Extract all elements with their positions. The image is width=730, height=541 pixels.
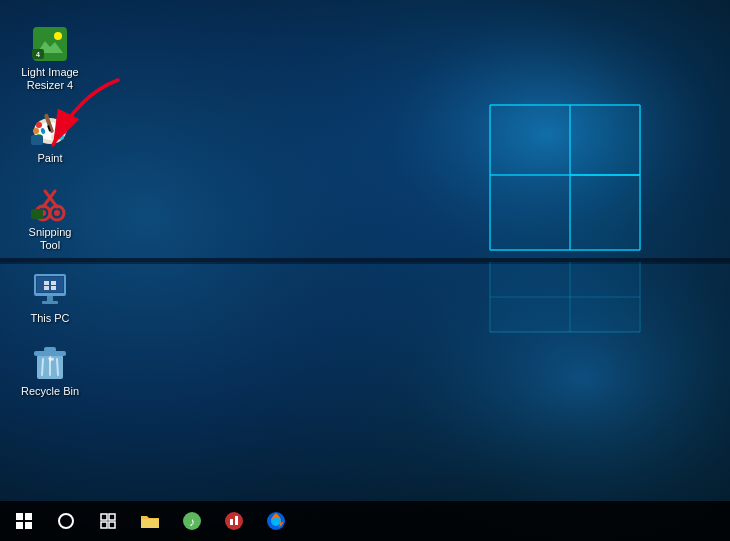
svg-rect-60 xyxy=(51,286,56,290)
desktop-icon-paint[interactable]: Paint xyxy=(15,106,85,169)
svg-point-34 xyxy=(36,122,42,128)
svg-point-75 xyxy=(225,512,243,530)
svg-rect-17 xyxy=(571,106,639,174)
task-view-icon xyxy=(100,513,116,529)
paint-icon xyxy=(30,110,70,150)
file-explorer-button[interactable] xyxy=(130,501,170,541)
desktop-icon-this-pc[interactable]: This PC xyxy=(15,266,85,329)
svg-point-48 xyxy=(54,210,60,216)
desktop-icon-light-image-resizer[interactable]: 4 Light Image Resizer 4 xyxy=(15,20,85,96)
svg-rect-51 xyxy=(31,209,43,219)
svg-line-49 xyxy=(43,191,55,207)
svg-rect-68 xyxy=(101,514,107,520)
paint-label: Paint xyxy=(19,152,81,165)
task-manager-button[interactable] xyxy=(214,501,254,541)
task-manager-icon xyxy=(224,511,244,531)
svg-rect-18 xyxy=(491,176,569,249)
taskbar: ♪ xyxy=(0,501,730,541)
svg-line-50 xyxy=(45,191,57,207)
this-pc-label: This PC xyxy=(19,312,81,325)
wallpaper xyxy=(0,0,730,541)
svg-rect-71 xyxy=(109,522,115,528)
cortana-icon xyxy=(58,513,74,529)
svg-text:♪: ♪ xyxy=(189,515,195,529)
this-pc-icon xyxy=(30,270,70,310)
svg-rect-57 xyxy=(44,281,49,285)
cortana-button[interactable] xyxy=(46,501,86,541)
svg-rect-77 xyxy=(235,516,238,525)
svg-point-38 xyxy=(61,128,67,134)
file-explorer-icon xyxy=(140,512,160,530)
snipping-tool-label: Snipping Tool xyxy=(19,226,81,252)
recycle-bin-label: Recycle Bin xyxy=(19,385,81,398)
svg-rect-59 xyxy=(44,286,49,290)
grooveshark-icon: ♪ xyxy=(182,511,202,531)
snipping-tool-icon xyxy=(30,184,70,224)
firefox-icon xyxy=(266,511,286,531)
firefox-button[interactable] xyxy=(256,501,296,541)
desktop: 4 Light Image Resizer 4 xyxy=(0,0,730,541)
svg-text:4: 4 xyxy=(36,51,40,58)
desktop-icon-snipping-tool[interactable]: Snipping Tool xyxy=(15,180,85,256)
svg-point-40 xyxy=(51,134,59,140)
svg-rect-19 xyxy=(571,176,639,249)
svg-rect-70 xyxy=(101,522,107,528)
windows-logo-icon xyxy=(16,513,32,529)
grooveshark-button[interactable]: ♪ xyxy=(172,501,212,541)
desktop-icon-recycle-bin[interactable]: Recycle Bin xyxy=(15,339,85,402)
svg-line-64 xyxy=(42,359,43,375)
svg-rect-44 xyxy=(31,135,43,145)
svg-rect-69 xyxy=(109,514,115,520)
start-button[interactable] xyxy=(4,501,44,541)
svg-rect-76 xyxy=(230,519,233,525)
svg-point-29 xyxy=(54,32,62,40)
svg-point-35 xyxy=(33,128,39,134)
svg-point-37 xyxy=(58,122,64,128)
light-image-resizer-label: Light Image Resizer 4 xyxy=(19,66,81,92)
svg-rect-58 xyxy=(51,281,56,285)
desktop-icons-container: 4 Light Image Resizer 4 xyxy=(5,10,95,412)
svg-rect-63 xyxy=(44,347,56,352)
svg-rect-72 xyxy=(141,519,159,528)
svg-rect-16 xyxy=(491,106,569,174)
task-view-button[interactable] xyxy=(88,501,128,541)
svg-line-66 xyxy=(57,359,58,375)
svg-rect-54 xyxy=(37,277,63,292)
light-image-resizer-icon: 4 xyxy=(30,24,70,64)
recycle-bin-icon xyxy=(30,343,70,383)
svg-rect-55 xyxy=(47,296,53,301)
svg-rect-3 xyxy=(0,258,730,262)
svg-rect-56 xyxy=(42,301,58,304)
